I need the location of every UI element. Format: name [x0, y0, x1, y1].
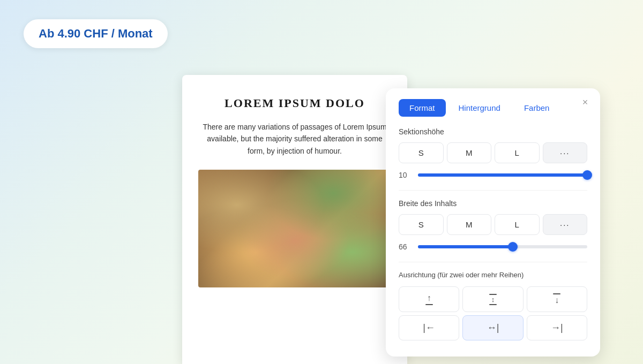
format-panel: × Format Hintergrund Farben Sektionshöhe…: [386, 88, 600, 357]
align-middle[interactable]: ↕: [462, 286, 523, 312]
section-height-slider[interactable]: [418, 173, 587, 177]
section-height-sizes: S M L ···: [399, 142, 587, 163]
align-top[interactable]: ↑: [399, 286, 459, 312]
content-width-label: Breite des Inhalts: [399, 199, 587, 208]
section-height-m[interactable]: M: [447, 142, 492, 163]
align-right-icon: →|: [551, 322, 563, 333]
content-width-sizes: S M L ···: [399, 214, 587, 235]
align-left-icon: |←: [423, 322, 435, 333]
document-image: [198, 170, 391, 287]
alignment-row-2: |← ↔| →|: [399, 315, 587, 340]
section-height-value: 10: [399, 171, 412, 179]
document-body: There are many variations of passages of…: [198, 121, 391, 157]
price-text: Ab 4.90 CHF / Monat: [39, 27, 153, 40]
content-width-slider[interactable]: [418, 245, 587, 248]
align-left[interactable]: |←: [399, 315, 459, 340]
section-height-more[interactable]: ···: [543, 142, 588, 163]
align-bottom[interactable]: ↓: [527, 286, 587, 312]
content-width-s[interactable]: S: [399, 214, 444, 235]
section-height-s[interactable]: S: [399, 142, 444, 163]
document-preview: LOREM IPSUM DOLO There are many variatio…: [182, 75, 407, 364]
divider-2: [399, 262, 587, 262]
tab-farben[interactable]: Farben: [513, 99, 560, 117]
align-center[interactable]: ↔|: [462, 315, 523, 340]
content-slider-fill: [418, 245, 513, 248]
content-width-value: 66: [399, 242, 412, 251]
align-bottom-icon: ↓: [553, 293, 560, 305]
align-middle-icon: ↕: [489, 294, 497, 305]
slider-thumb[interactable]: [582, 170, 592, 180]
align-top-icon: ↑: [425, 293, 433, 305]
slider-fill: [418, 173, 587, 177]
tab-format[interactable]: Format: [399, 99, 446, 117]
section-height-slider-row: 10: [399, 171, 587, 179]
content-width-l[interactable]: L: [495, 214, 540, 235]
divider-1: [399, 190, 587, 191]
alignment-row-1: ↑ ↕ ↓: [399, 286, 587, 312]
alignment-label: Ausrichtung (für zwei oder mehr Reihen): [399, 271, 587, 279]
food-image: [198, 170, 391, 287]
content-slider-thumb[interactable]: [508, 242, 518, 252]
align-right[interactable]: →|: [527, 315, 587, 340]
section-height-label: Sektionshöhe: [399, 127, 587, 136]
close-button[interactable]: ×: [579, 96, 592, 109]
section-height-l[interactable]: L: [495, 142, 540, 163]
content-width-m[interactable]: M: [447, 214, 492, 235]
price-badge: Ab 4.90 CHF / Monat: [24, 19, 168, 48]
tab-bar: Format Hintergrund Farben: [399, 99, 587, 117]
tab-hintergrund[interactable]: Hintergrund: [448, 99, 511, 117]
document-title: LOREM IPSUM DOLO: [198, 96, 391, 110]
content-width-more[interactable]: ···: [543, 214, 588, 235]
content-width-slider-row: 66: [399, 242, 587, 251]
align-center-icon: ↔|: [487, 322, 499, 333]
